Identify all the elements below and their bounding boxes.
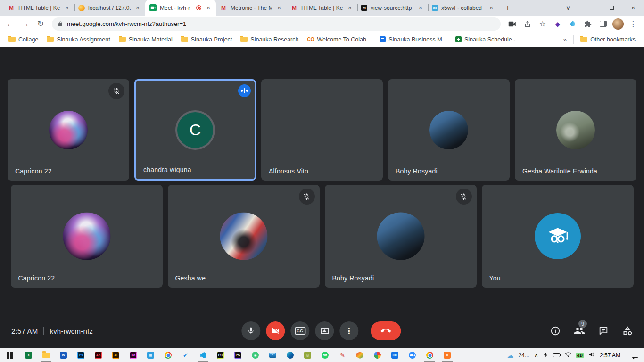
participant-tile-gesha-warilotte[interactable]: Gesha Warilotte Erwinda bbox=[515, 79, 636, 181]
captions-button[interactable]: CC bbox=[290, 321, 309, 340]
bookmarks-overflow-icon[interactable]: » bbox=[559, 36, 570, 43]
taskbar-icon-animate[interactable]: An bbox=[90, 348, 107, 362]
profile-avatar[interactable] bbox=[611, 17, 625, 31]
tray-mic-icon[interactable] bbox=[543, 352, 548, 359]
tab-view-source[interactable]: M view-source:http × bbox=[357, 0, 428, 16]
tab-search-icon[interactable]: ∨ bbox=[557, 0, 579, 16]
taskbar-icon-calendar-app[interactable]: ▦ bbox=[142, 348, 159, 362]
participant-tile-capricon-22[interactable]: Capricon 22 bbox=[8, 79, 129, 181]
bookmark-sinauka-schedule[interactable]: Sinauka Schedule -... bbox=[452, 35, 524, 44]
participant-tile-gesha-we[interactable]: Gesha we bbox=[168, 185, 320, 288]
more-options-button[interactable]: ⋮ bbox=[339, 321, 358, 340]
taskbar-icon-scribble-app[interactable]: ✎ bbox=[334, 348, 351, 362]
taskbar-icon-vscode[interactable] bbox=[194, 348, 212, 362]
leave-call-button[interactable] bbox=[371, 321, 401, 340]
taskbar-icon-todo-check-app[interactable]: ✔ bbox=[177, 348, 194, 362]
present-button[interactable] bbox=[315, 321, 334, 340]
participant-name: Capricon 22 bbox=[15, 167, 52, 175]
reload-button[interactable]: ↻ bbox=[34, 17, 47, 31]
tab-localhost[interactable]: localhost / 127.0. × bbox=[74, 0, 145, 16]
participant-tile-chandra-wiguna[interactable]: C chandra wiguna bbox=[134, 79, 256, 181]
taskbar-icon-zoom[interactable] bbox=[404, 348, 421, 362]
bookmark-welcome-colab[interactable]: COWelcome To Colab... bbox=[303, 35, 375, 44]
participant-tile-alfonsus-vito[interactable]: Alfonsus Vito bbox=[261, 79, 383, 181]
tab-close-icon[interactable]: × bbox=[417, 4, 424, 12]
tab-meet-active[interactable]: Meet - kvh-r × bbox=[145, 0, 216, 16]
volume-icon[interactable] bbox=[588, 352, 595, 359]
taskbar-icon-mail[interactable] bbox=[264, 348, 281, 362]
taskbar-icon-pycharm[interactable]: PC bbox=[212, 348, 229, 362]
taskbar-clock[interactable]: 2:57 AM bbox=[600, 352, 620, 359]
taskbar-icon-file-explorer[interactable] bbox=[37, 348, 55, 362]
tray-chevron-icon[interactable]: ∧ bbox=[534, 352, 538, 359]
bookmark-sinauka-business[interactable]: Sinauka Business M... bbox=[376, 35, 451, 44]
activities-button[interactable] bbox=[621, 325, 634, 337]
taskbar-icon-pinwheel-app[interactable] bbox=[369, 348, 386, 362]
taskbar-icon-green-bot-app[interactable]: ◉ bbox=[247, 348, 264, 362]
tab-close-icon[interactable]: × bbox=[63, 4, 71, 12]
participant-tile-boby-rosyadi-2[interactable]: Boby Rosyadi bbox=[325, 185, 477, 288]
tab-metronic[interactable]: M Metronic - The M × bbox=[216, 0, 287, 16]
cloud-sync-icon[interactable]: ☁ bbox=[507, 352, 514, 359]
side-panel-icon[interactable] bbox=[596, 17, 610, 31]
taskbar-icon-chrome-active[interactable] bbox=[421, 348, 438, 362]
back-button[interactable]: ← bbox=[4, 17, 17, 31]
restore-button[interactable] bbox=[601, 0, 622, 16]
other-bookmarks-button[interactable]: Other bookmarks bbox=[577, 35, 639, 44]
tab-html-table-1[interactable]: M HTML Table | Kee × bbox=[4, 0, 74, 16]
new-tab-button[interactable]: + bbox=[502, 2, 514, 14]
bookmark-collage[interactable]: Collage bbox=[5, 35, 42, 44]
taskbar-icon-photoshop[interactable]: Ps bbox=[72, 348, 90, 362]
battery-percent-badge[interactable]: 40 bbox=[576, 353, 584, 358]
address-bar[interactable]: meet.google.com/kvh-rwcm-nfz?authuser=1 bbox=[52, 17, 501, 31]
taskbar-icon-hexagon-app[interactable] bbox=[351, 348, 369, 362]
wifi-icon[interactable] bbox=[565, 352, 571, 359]
participant-tile-capricon-22-2[interactable]: Capricon 22 bbox=[11, 185, 163, 288]
bookmark-sinauka-material[interactable]: Sinauka Material bbox=[115, 35, 176, 44]
hidden-icons-count[interactable]: 24... bbox=[519, 352, 529, 359]
tab-close-icon[interactable]: × bbox=[275, 4, 283, 12]
extension-diamond-icon[interactable]: ◆ bbox=[551, 17, 565, 31]
taskbar-icon-adobe-xd[interactable]: Xd bbox=[124, 348, 142, 362]
mic-button[interactable] bbox=[241, 321, 260, 340]
taskbar-icon-camera-app[interactable]: ◎ bbox=[299, 348, 316, 362]
taskbar-icon-excel[interactable]: X bbox=[20, 348, 37, 362]
extension-drop-icon[interactable] bbox=[566, 17, 580, 31]
participant-avatar bbox=[429, 111, 468, 149]
tab-close-icon[interactable]: × bbox=[134, 4, 141, 12]
tab-html-table-2[interactable]: M HTML Table | Kee × bbox=[287, 0, 357, 16]
start-button[interactable] bbox=[0, 348, 20, 362]
share-icon[interactable] bbox=[520, 17, 535, 31]
extensions-puzzle-icon[interactable] bbox=[581, 17, 595, 31]
action-center-icon[interactable] bbox=[632, 353, 638, 358]
bookmark-star-icon[interactable]: ☆ bbox=[536, 17, 550, 31]
browser-menu-icon[interactable]: ⋮ bbox=[626, 17, 640, 31]
tab-camera-indicator-icon[interactable] bbox=[505, 17, 520, 31]
minimize-button[interactable]: − bbox=[579, 0, 601, 16]
participant-avatar bbox=[49, 111, 88, 149]
taskbar-icon-chrome[interactable] bbox=[159, 348, 177, 362]
taskbar-icon-edge[interactable] bbox=[281, 348, 299, 362]
taskbar-icon-whatsapp[interactable]: ☎ bbox=[316, 348, 334, 362]
tab-collabedit[interactable]: ce x5wvf - collabed × bbox=[428, 0, 499, 16]
bookmark-sinauka-research[interactable]: Sinauka Research bbox=[237, 35, 302, 44]
forward-button[interactable]: → bbox=[19, 17, 32, 31]
participants-button[interactable]: 9 bbox=[573, 325, 586, 337]
participant-tile-you[interactable]: You bbox=[482, 185, 634, 288]
participant-tile-boby-rosyadi-1[interactable]: Boby Rosyadi bbox=[388, 79, 510, 181]
battery-icon[interactable] bbox=[553, 353, 560, 357]
taskbar-icon-phpstorm[interactable]: PS bbox=[229, 348, 247, 362]
tab-close-icon[interactable]: × bbox=[346, 4, 354, 12]
tab-close-icon[interactable]: × bbox=[205, 4, 212, 12]
taskbar-icon-xampp[interactable]: X bbox=[438, 348, 456, 362]
taskbar-icon-word[interactable]: W bbox=[55, 348, 72, 362]
bookmark-sinauka-project[interactable]: Sinauka Project bbox=[177, 35, 236, 44]
close-window-button[interactable]: × bbox=[622, 0, 644, 16]
chat-button[interactable] bbox=[597, 325, 610, 337]
bookmark-sinauka-assignment[interactable]: Sinauka Assignment bbox=[43, 35, 114, 44]
tab-close-icon[interactable]: × bbox=[487, 4, 495, 12]
camera-off-button[interactable] bbox=[266, 321, 285, 340]
taskbar-icon-illustrator[interactable]: Ai bbox=[107, 348, 124, 362]
taskbar-icon-creative-cloud[interactable]: CC bbox=[386, 348, 404, 362]
meeting-details-button[interactable] bbox=[549, 325, 561, 337]
